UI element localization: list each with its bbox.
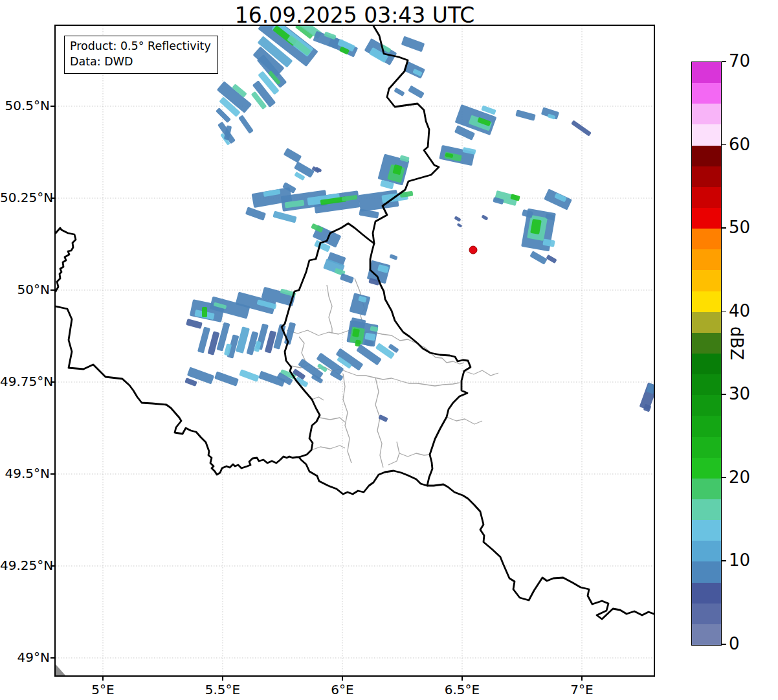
- y-tick-label: 49.75°N: [0, 374, 50, 389]
- radar-echo-cell: [238, 115, 254, 133]
- y-tick-mark: [50, 289, 54, 291]
- y-tick-mark: [50, 106, 54, 107]
- colorbar-segment: [692, 146, 721, 166]
- colorbar-tick-label: 50: [729, 218, 750, 237]
- colorbar-segment: [692, 561, 721, 582]
- colorbar-segment: [692, 270, 721, 291]
- colorbar-tick-mark: [722, 644, 726, 645]
- colorbar-segment: [692, 458, 721, 479]
- colorbar-segment: [692, 83, 721, 104]
- colorbar-tick-mark: [722, 311, 726, 312]
- x-tick-mark: [222, 677, 223, 681]
- x-tick-label: 7°E: [553, 682, 611, 697]
- y-tick-label: 50.5°N: [0, 98, 50, 113]
- district-border-line: [343, 374, 351, 463]
- data-source-label: Data: DWD: [70, 54, 211, 70]
- radar-echo-cell: [283, 148, 302, 163]
- y-tick-mark: [50, 473, 54, 475]
- colorbar-segment: [692, 208, 721, 229]
- radar-echo-cell: [184, 378, 197, 387]
- x-tick-mark: [342, 677, 343, 681]
- district-border-line: [375, 378, 383, 468]
- colorbar-segment: [692, 479, 721, 499]
- weather-radar-figure: 16.09.2025 03:43 UTC Product: 0.5° Refle…: [0, 0, 778, 700]
- radar-echo-cell: [544, 188, 572, 210]
- colorbar: [691, 62, 722, 646]
- radar-echo-cell: [239, 369, 260, 382]
- district-border-line: [312, 397, 324, 400]
- map-canvas: Product: 0.5° Reflectivity Data: DWD: [54, 25, 655, 677]
- product-label: Product: 0.5° Reflectivity: [70, 39, 211, 54]
- radar-echo-cell: [571, 120, 592, 136]
- colorbar-tick-label: 40: [729, 301, 750, 321]
- colorbar-segment: [692, 104, 721, 124]
- y-tick-label: 50°N: [0, 282, 50, 297]
- colorbar-segment: [692, 395, 721, 416]
- x-tick-mark: [581, 677, 583, 681]
- radar-echo-cell: [272, 211, 296, 223]
- district-border-line: [399, 453, 430, 457]
- x-tick-mark: [102, 677, 104, 681]
- colorbar-segment: [692, 354, 721, 374]
- colorbar-segment: [692, 187, 721, 208]
- radar-echo-cell: [352, 328, 360, 337]
- radar-location-marker: [469, 246, 477, 254]
- radar-echo-cell: [401, 36, 425, 52]
- radar-echo-cell: [208, 331, 220, 355]
- colorbar-segment: [692, 124, 721, 145]
- radar-echo-cell: [481, 214, 488, 220]
- colorbar-segment: [692, 520, 721, 541]
- x-tick-mark: [461, 677, 463, 681]
- radar-echo-cell: [457, 223, 463, 227]
- district-border-line: [464, 370, 498, 376]
- colorbar-segment: [692, 291, 721, 312]
- colorbar-segment: [692, 374, 721, 395]
- radar-echoes: [184, 26, 654, 422]
- district-border-line: [388, 442, 399, 465]
- x-tick-label: 6°E: [313, 682, 372, 697]
- radar-echo-cell: [265, 330, 276, 353]
- radar-echo-cell: [202, 307, 207, 317]
- colorbar-tick-label: 0: [729, 634, 740, 653]
- radar-echo-cell: [186, 319, 203, 329]
- radar-echo-cell: [214, 371, 239, 387]
- border-belgium-west-fragment: [56, 228, 76, 291]
- colorbar-segment: [692, 437, 721, 458]
- colorbar-segment: [692, 166, 721, 187]
- radar-echo-cell: [408, 85, 425, 99]
- radar-echo-cell: [454, 216, 461, 221]
- radar-echo-cell: [197, 326, 210, 353]
- radar-echo-cell: [394, 87, 405, 96]
- colorbar-tick-label: 60: [729, 135, 750, 154]
- colorbar-segment: [692, 541, 721, 561]
- district-border-line: [327, 285, 332, 333]
- colorbar-tick-mark: [722, 227, 726, 229]
- x-tick-label: 6.5°E: [433, 682, 491, 697]
- y-tick-label: 50.25°N: [0, 190, 50, 205]
- colorbar-segment: [692, 229, 721, 249]
- x-tick-label: 5°E: [74, 682, 132, 697]
- radar-echo-cell: [245, 207, 266, 221]
- radar-echo-cell: [389, 254, 397, 260]
- district-border-line: [311, 446, 345, 450]
- y-tick-mark: [50, 657, 54, 659]
- map-svg: [56, 26, 654, 675]
- colorbar-tick-mark: [722, 144, 726, 146]
- district-border-line: [320, 418, 345, 422]
- info-box: Product: 0.5° Reflectivity Data: DWD: [64, 36, 218, 74]
- border-france-germany: [427, 484, 654, 619]
- colorbar-tick-mark: [722, 61, 726, 62]
- y-tick-label: 49°N: [0, 649, 50, 665]
- colorbar-segment: [692, 624, 721, 645]
- colorbar-tick-label: 70: [729, 51, 750, 71]
- colorbar-tick-label: 30: [729, 384, 750, 403]
- colorbar-tick-label: 20: [729, 468, 750, 487]
- radar-echo-cell: [529, 251, 548, 265]
- y-tick-label: 49.5°N: [0, 466, 50, 481]
- colorbar-segment: [692, 249, 721, 270]
- colorbar-segment: [692, 583, 721, 604]
- colorbar-segment: [692, 62, 721, 83]
- colorbar-tick-mark: [722, 477, 726, 479]
- colorbar-segment: [692, 416, 721, 436]
- colorbar-tick-mark: [722, 560, 726, 561]
